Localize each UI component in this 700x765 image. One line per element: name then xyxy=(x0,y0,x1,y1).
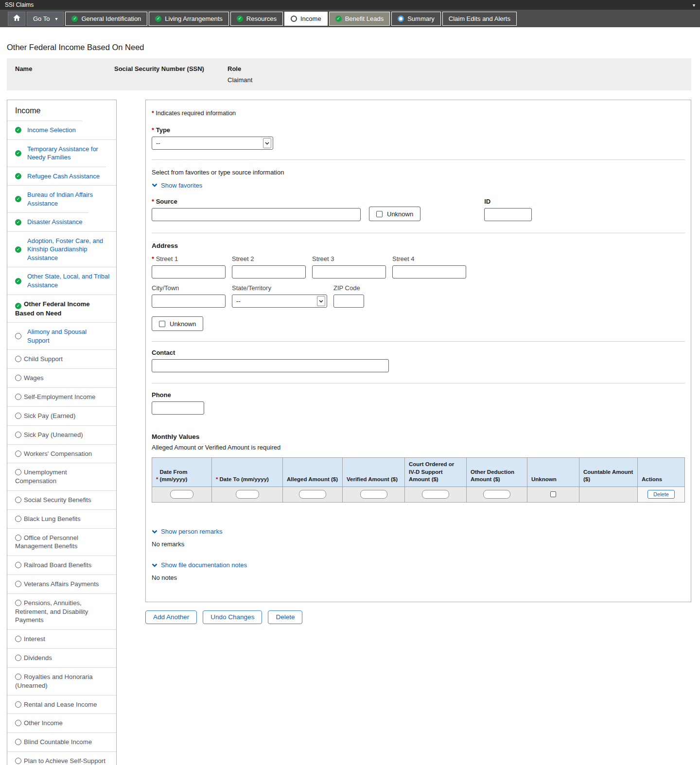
sidebar-item[interactable]: Disaster Assistance xyxy=(7,212,88,231)
alleged-amount-cell xyxy=(283,487,343,502)
home-button[interactable] xyxy=(8,12,25,26)
sidebar-item[interactable]: Office of Personnel Management Benefits xyxy=(7,528,116,556)
other-deduction-amount-input[interactable] xyxy=(483,490,510,499)
nav-tab[interactable]: Income xyxy=(284,12,328,26)
checkbox-icon[interactable] xyxy=(376,211,383,217)
sidebar-item[interactable]: Interest xyxy=(7,629,116,648)
undo-changes-button[interactable]: Undo Changes xyxy=(203,610,262,624)
ssn-label: Social Security Number (SSN) xyxy=(114,65,228,72)
sidebar-item[interactable]: Pensions, Annuities, Retirement, and Dis… xyxy=(7,593,116,629)
nav-tab[interactable]: Resources xyxy=(230,12,283,26)
chevron-down-icon xyxy=(152,530,158,534)
sidebar-item[interactable]: Refugee Cash Assistance xyxy=(7,167,106,186)
street1-input[interactable] xyxy=(152,265,226,278)
street3-field: Street 3 xyxy=(312,255,386,278)
sidebar-item[interactable]: Social Security Benefits xyxy=(7,490,116,509)
show-person-remarks-link[interactable]: Show person remarks xyxy=(152,528,222,535)
alleged-amount-input[interactable] xyxy=(299,490,326,499)
zip-field: ZIP Code xyxy=(333,284,364,308)
sidebar-item-label: Income Selection xyxy=(27,126,76,135)
show-file-notes-link[interactable]: Show file documentation notes xyxy=(152,561,247,569)
sidebar-item-label: Self-Employment Income xyxy=(24,393,95,400)
street2-input[interactable] xyxy=(232,265,306,278)
sidebar-item[interactable]: Sick Pay (Earned) xyxy=(7,406,116,425)
contact-label: Contact xyxy=(152,349,685,356)
nav-tab[interactable]: Living Arrangements xyxy=(149,12,229,26)
sidebar-item[interactable]: Bureau of Indian Affairs Assistance xyxy=(7,185,116,212)
street4-field: Street 4 xyxy=(392,255,466,278)
sidebar-item[interactable]: Royalties and Honoraria (Unearned) xyxy=(7,667,116,695)
sidebar-item[interactable]: Veterans Affairs Payments xyxy=(7,574,116,593)
sidebar-item[interactable]: Temporary Assistance for Needy Families xyxy=(7,139,116,167)
sidebar-item[interactable]: Other Federal Income Based on Need xyxy=(7,295,116,323)
item-status-icon xyxy=(15,562,21,568)
unknown-checkbox[interactable] xyxy=(550,491,556,497)
item-status-icon xyxy=(15,173,21,179)
id-label: ID xyxy=(484,198,532,205)
primary-nav: Go To ▾ General Identification Living Ar… xyxy=(0,10,700,27)
delete-button[interactable]: Delete xyxy=(268,610,302,624)
nav-tab[interactable]: Claim Edits and Alerts xyxy=(442,12,517,26)
city-label: City/Town xyxy=(152,284,226,292)
nav-tab[interactable]: General Identification xyxy=(65,12,147,26)
column-label: Alleged Amount ($) xyxy=(287,476,338,484)
street3-label: Street 3 xyxy=(312,255,386,262)
city-input[interactable] xyxy=(152,295,226,308)
sidebar-item[interactable]: Sick Pay (Unearned) xyxy=(7,425,116,444)
item-status-icon xyxy=(15,246,21,253)
sidebar-item[interactable]: Adoption, Foster Care, and Kinship Guard… xyxy=(7,231,116,267)
address-unknown-toggle[interactable]: Unknown xyxy=(152,316,203,331)
street4-input[interactable] xyxy=(392,265,466,278)
goto-dropdown[interactable]: Go To ▾ xyxy=(27,12,64,26)
date-to-input[interactable] xyxy=(236,490,259,499)
monthly-values-table: *Date From (mm/yyyy) *Date To (mm/yyyy) … xyxy=(152,457,685,503)
sidebar-item[interactable]: Rental and Lease Income xyxy=(7,695,116,714)
sidebar-item[interactable]: Wages xyxy=(7,368,116,387)
sidebar-item[interactable]: Blind Countable Income xyxy=(7,732,116,751)
sidebar-item[interactable]: Railroad Board Benefits xyxy=(7,556,116,574)
type-select[interactable]: -- xyxy=(152,137,273,150)
sidebar-item-label: Rental and Lease Income xyxy=(24,701,97,708)
show-favorites-link[interactable]: Show favorites xyxy=(152,182,202,189)
sidebar-item[interactable]: Self-Employment Income xyxy=(7,387,116,406)
zip-input[interactable] xyxy=(333,295,364,308)
sidebar-item[interactable]: Plan to Achieve Self-Support xyxy=(7,751,116,765)
titlebar-chevron-down-icon[interactable]: ▾ xyxy=(693,2,695,8)
nav-tab[interactable]: Benefit Leads xyxy=(329,12,390,26)
sidebar-item[interactable]: Dividends xyxy=(7,648,116,667)
contact-input[interactable] xyxy=(152,359,389,372)
sidebar-item[interactable]: Income Selection xyxy=(7,121,82,139)
source-row: Source Unknown ID xyxy=(152,198,685,221)
page: Other Federal Income Based On Need Name … xyxy=(0,43,700,765)
street-row: Street 1 Street 2 Street 3 Street 4 xyxy=(152,255,685,278)
column-header: Other Deduction Amount ($) xyxy=(467,458,527,487)
date-from-input[interactable] xyxy=(170,490,193,499)
street3-input[interactable] xyxy=(312,265,386,278)
sidebar-item[interactable]: Other State, Local, and Tribal Assistanc… xyxy=(7,267,116,294)
item-status-icon xyxy=(15,701,21,708)
column-header: Countable Amount ($) xyxy=(579,458,638,487)
actions-cell: Delete xyxy=(638,487,684,502)
sidebar-item[interactable]: Workers' Compensation xyxy=(7,444,116,463)
sidebar-item[interactable]: Black Lung Benefits xyxy=(7,509,116,528)
source-input[interactable] xyxy=(152,208,361,221)
item-status-icon xyxy=(15,535,21,541)
source-unknown-toggle[interactable]: Unknown xyxy=(369,207,420,221)
verified-amount-input[interactable] xyxy=(360,490,387,499)
phone-input[interactable] xyxy=(152,401,204,415)
sidebar-item[interactable]: Child Support xyxy=(7,349,116,368)
nav-tab[interactable]: Summary xyxy=(391,12,441,26)
sidebar-item[interactable]: Other Income xyxy=(7,713,116,732)
id-input[interactable] xyxy=(484,208,532,221)
content: Income Income Selection Temporary Assist… xyxy=(7,100,691,765)
item-status-icon xyxy=(15,278,21,284)
tab-label: Summary xyxy=(407,15,435,22)
row-delete-button[interactable]: Delete xyxy=(648,490,675,499)
state-select[interactable]: -- xyxy=(232,295,327,308)
contact-field: Contact xyxy=(152,349,685,372)
court-ordered-amount-input[interactable] xyxy=(422,490,449,499)
sidebar-item[interactable]: Unemployment Compensation xyxy=(7,463,116,490)
add-another-button[interactable]: Add Another xyxy=(145,610,197,624)
checkbox-icon[interactable] xyxy=(159,321,165,327)
sidebar-item[interactable]: Alimony and Spousal Support xyxy=(7,322,116,349)
